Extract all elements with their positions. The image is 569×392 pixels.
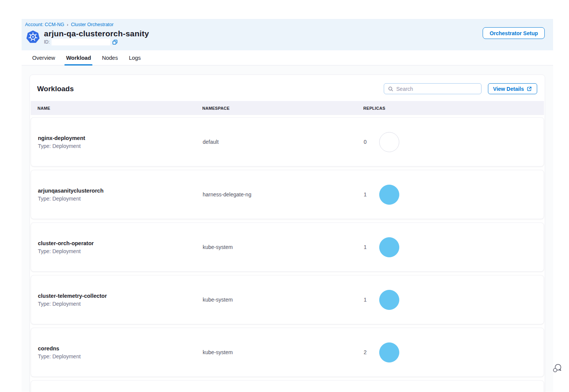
workload-tab-content: Workloads View Details bbox=[22, 65, 553, 392]
orchestrator-setup-button[interactable]: Orchestrator Setup bbox=[483, 27, 545, 39]
workload-type: Type: Deployment bbox=[38, 143, 203, 149]
workload-name: cluster-telemetry-collector bbox=[38, 293, 203, 299]
table-row-nginx-deployment[interactable]: nginx-deployment Type: Deployment defaul… bbox=[31, 117, 544, 166]
search-input[interactable] bbox=[396, 86, 477, 92]
view-details-button[interactable]: View Details bbox=[488, 83, 537, 94]
replicas-cell: 0 bbox=[364, 132, 544, 152]
replica-count: 1 bbox=[364, 297, 367, 303]
table-row-partial[interactable] bbox=[31, 380, 544, 392]
breadcrumb-chevron-icon: › bbox=[67, 22, 69, 27]
table-row-cluster-orch-operator[interactable]: cluster-orch-operator Type: Deployment k… bbox=[31, 222, 544, 272]
kubernetes-icon bbox=[26, 30, 40, 44]
workload-name: arjunqasanityclusterorch bbox=[38, 188, 203, 194]
workload-name: nginx-deployment bbox=[38, 135, 203, 141]
cluster-header: Account: CCM-NG › Cluster Orchestrator bbox=[22, 19, 553, 50]
namespace-cell: harness-delegate-ng bbox=[203, 191, 364, 198]
replica-status-circle bbox=[379, 185, 399, 205]
workload-type: Type: Deployment bbox=[38, 196, 203, 202]
table-header: NAME NAMESPACE REPLICAS bbox=[31, 101, 544, 115]
replica-count: 1 bbox=[364, 191, 367, 198]
workload-name: cluster-orch-operator bbox=[38, 240, 203, 246]
tabbar: Overview Workload Nodes Logs bbox=[22, 50, 553, 65]
tab-workload[interactable]: Workload bbox=[65, 50, 92, 65]
replicas-cell: 2 bbox=[364, 342, 544, 362]
replicas-cell: 1 bbox=[364, 185, 544, 205]
table-row-coredns[interactable]: coredns Type: Deployment kube-system 2 bbox=[31, 328, 544, 377]
replica-status-circle bbox=[379, 132, 399, 152]
breadcrumb: Account: CCM-NG › Cluster Orchestrator bbox=[25, 22, 545, 27]
chat-bubble-icon[interactable] bbox=[552, 363, 562, 373]
replicas-cell: 1 bbox=[364, 237, 544, 257]
tab-nodes[interactable]: Nodes bbox=[101, 50, 119, 65]
workloads-search[interactable] bbox=[384, 83, 481, 94]
workload-name: coredns bbox=[38, 345, 203, 352]
workload-type: Type: Deployment bbox=[38, 353, 203, 359]
title-row: arjun-qa-clusterorch-sanity ID: bbox=[26, 29, 545, 45]
search-icon bbox=[388, 86, 393, 92]
view-details-label: View Details bbox=[493, 86, 524, 92]
column-header-namespace: NAMESPACE bbox=[202, 106, 363, 110]
breadcrumb-cluster-orchestrator-link[interactable]: Cluster Orchestrator bbox=[71, 22, 114, 27]
name-cell: cluster-telemetry-collector Type: Deploy… bbox=[38, 293, 203, 307]
replicas-cell: 1 bbox=[364, 290, 544, 310]
breadcrumb-account-link[interactable]: Account: CCM-NG bbox=[25, 22, 64, 27]
title-block: arjun-qa-clusterorch-sanity ID: bbox=[44, 29, 149, 45]
tab-logs[interactable]: Logs bbox=[128, 50, 141, 65]
cluster-id-row: ID: bbox=[44, 39, 149, 45]
namespace-cell: kube-system bbox=[203, 349, 364, 355]
namespace-cell: kube-system bbox=[203, 244, 364, 250]
replica-count: 0 bbox=[364, 139, 367, 145]
replica-status-circle bbox=[379, 237, 399, 257]
page-title: arjun-qa-clusterorch-sanity bbox=[44, 29, 149, 38]
workloads-panel-header: Workloads View Details bbox=[30, 83, 545, 94]
table-row-arjunqasanityclusterorch[interactable]: arjunqasanityclusterorch Type: Deploymen… bbox=[31, 170, 544, 219]
name-cell: cluster-orch-operator Type: Deployment bbox=[38, 240, 203, 254]
workload-type: Type: Deployment bbox=[38, 248, 203, 254]
workload-type: Type: Deployment bbox=[38, 301, 203, 307]
workloads-title: Workloads bbox=[37, 85, 74, 93]
name-cell: arjunqasanityclusterorch Type: Deploymen… bbox=[38, 188, 203, 202]
id-value-redacted bbox=[52, 39, 110, 45]
table-row-cluster-telemetry-collector[interactable]: cluster-telemetry-collector Type: Deploy… bbox=[31, 275, 544, 324]
external-link-icon bbox=[527, 86, 532, 92]
cluster-orchestrator-app: Account: CCM-NG › Cluster Orchestrator bbox=[22, 19, 553, 392]
workload-rows: nginx-deployment Type: Deployment defaul… bbox=[30, 117, 545, 392]
tab-overview[interactable]: Overview bbox=[31, 50, 56, 65]
column-header-replicas: REPLICAS bbox=[363, 106, 544, 110]
replica-status-circle bbox=[379, 290, 399, 310]
copy-icon[interactable] bbox=[112, 39, 118, 45]
replica-count: 2 bbox=[364, 349, 367, 355]
namespace-cell: default bbox=[203, 139, 364, 145]
replica-status-circle bbox=[379, 342, 399, 362]
name-cell: nginx-deployment Type: Deployment bbox=[38, 135, 203, 149]
replica-count: 1 bbox=[364, 244, 367, 250]
name-cell: coredns Type: Deployment bbox=[38, 345, 203, 359]
namespace-cell: kube-system bbox=[203, 297, 364, 303]
id-label: ID: bbox=[44, 39, 50, 45]
column-header-name: NAME bbox=[38, 106, 202, 110]
workloads-panel: Workloads View Details bbox=[30, 75, 545, 392]
